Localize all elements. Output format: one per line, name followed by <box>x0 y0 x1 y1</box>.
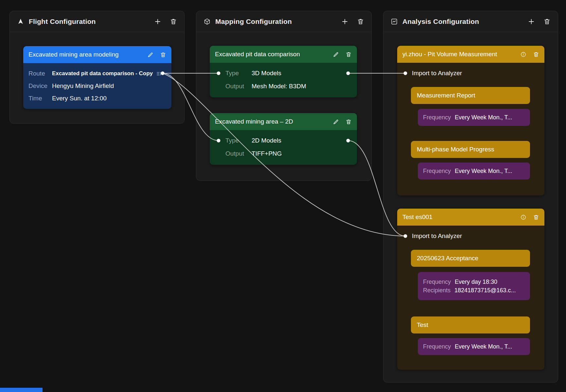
mapping-card-2d-title: Excavated mining area – 2D <box>215 118 329 125</box>
flight-card-body: Route Excavated pit data comparison - Co… <box>23 63 171 109</box>
analysis-card-test-es001[interactable]: Test es001 Import to Analyzer 20250623 A… <box>397 209 544 370</box>
output-value: TIFF+PNG <box>252 150 282 157</box>
mapping-panel-header: Mapping Configuration <box>196 11 371 32</box>
info-icon[interactable] <box>520 214 526 220</box>
job-name: Test <box>417 321 428 329</box>
mapping-2d-type-row: Type 2D Models <box>215 134 352 147</box>
bottom-blue-strip <box>0 388 43 392</box>
frequency-value: Every Week Mon., T... <box>455 114 512 121</box>
add-analysis-button[interactable] <box>528 18 535 25</box>
job-name: 20250623 Acceptance <box>417 255 478 262</box>
mapping-3d-type-row: Type 3D Models <box>215 67 352 80</box>
job-name: Measurement Report <box>417 92 475 99</box>
frequency-label: Frequency <box>423 168 451 175</box>
mapping-card-2d[interactable]: Excavated mining area – 2D Type 2D Model… <box>210 113 357 165</box>
frequency-value: Every Week Mon., T... <box>455 168 512 175</box>
device-value: Hengyu Mining Airfield <box>52 82 114 90</box>
flight-time-row: Time Every Sun. at 12:00 <box>28 92 166 105</box>
route-link-icon <box>156 71 162 77</box>
edit-flight-card-button[interactable] <box>147 52 153 58</box>
frequency-value: Every Week Mon., T... <box>455 343 512 350</box>
output-label: Output <box>225 83 252 90</box>
delete-analysis-card-pit-volume-button[interactable] <box>533 51 539 58</box>
flight-card-header: Excavated mining area modeling <box>23 46 171 63</box>
pipeline-board: Flight Configuration Excavated mining ar… <box>0 0 566 392</box>
mapping-card-3d[interactable]: Excavated pit data comparison Type 3D Mo… <box>210 46 357 97</box>
flight-card[interactable]: Excavated mining area modeling Route Exc… <box>23 46 171 109</box>
mapping-panel-title: Mapping Configuration <box>215 18 292 26</box>
analysis-card-pit-volume-title: yi.zhou - Pit Volume Measurement <box>402 51 516 58</box>
cube-icon <box>203 18 211 25</box>
frequency-label: Frequency <box>423 279 451 285</box>
delete-mapping-button[interactable] <box>357 18 364 25</box>
flight-route-row: Route Excavated pit data comparison - Co… <box>28 67 166 80</box>
job-20250623-acceptance[interactable]: 20250623 Acceptance <box>411 250 530 267</box>
analysis-card-test-es001-title: Test es001 <box>402 213 516 221</box>
chart-icon <box>391 18 398 25</box>
edit-mapping-card-3d-button[interactable] <box>333 51 339 58</box>
flight-device-row: Device Hengyu Mining Airfield <box>28 80 166 92</box>
import-to-analyzer-label: Import to Analyzer <box>412 70 462 77</box>
job-test-frequency-badge: Frequency Every Week Mon., T... <box>418 338 530 355</box>
route-value: Excavated pit data comparison - Copy <box>52 70 153 77</box>
recipients-value: 18241873715@163.c... <box>454 287 516 294</box>
mapping-card-2d-body: Type 2D Models Output TIFF+PNG <box>210 130 357 165</box>
job-multi-phase-model-progress[interactable]: Multi-phase Model Progress <box>411 141 530 158</box>
job-multi-phase-frequency-badge: Frequency Every Week Mon., T... <box>418 162 530 179</box>
delete-flight-button[interactable] <box>170 18 177 25</box>
delete-flight-card-button[interactable] <box>160 52 166 58</box>
analysis-panel-header: Analysis Configuration <box>383 11 558 32</box>
time-label: Time <box>28 95 52 102</box>
job-measurement-report[interactable]: Measurement Report <box>411 87 530 104</box>
delete-analysis-card-test-es001-button[interactable] <box>533 214 539 220</box>
type-value: 2D Models <box>252 137 281 144</box>
mapping-2d-output-row: Output TIFF+PNG <box>215 147 352 160</box>
mapping-card-3d-title: Excavated pit data comparison <box>215 51 329 58</box>
output-label: Output <box>225 150 252 157</box>
analysis-card-test-es001-body: Import to Analyzer 20250623 Acceptance F… <box>397 226 544 370</box>
analysis-card-test-es001-header: Test es001 <box>397 209 544 226</box>
mapping-card-2d-header: Excavated mining area – 2D <box>210 113 357 130</box>
import-to-analyzer-label: Import to Analyzer <box>412 232 462 240</box>
flight-panel-header: Flight Configuration <box>10 11 184 32</box>
job-measurement-report-frequency-badge: Frequency Every Week Mon., T... <box>418 109 530 126</box>
job-acceptance-schedule-badge: Frequency Every day 18:30 Recipients 182… <box>418 272 530 300</box>
plane-icon <box>17 18 24 25</box>
edit-mapping-card-2d-button[interactable] <box>333 119 339 125</box>
job-name: Multi-phase Model Progress <box>417 146 494 153</box>
type-label: Type <box>225 137 252 144</box>
output-value: Mesh Model: B3DM <box>252 83 306 90</box>
mapping-card-3d-header: Excavated pit data comparison <box>210 46 357 63</box>
job-test[interactable]: Test <box>411 316 530 333</box>
device-label: Device <box>28 82 52 90</box>
frequency-label: Frequency <box>423 343 451 350</box>
import-to-analyzer-row: Import to Analyzer <box>397 229 544 243</box>
import-to-analyzer-row: Import to Analyzer <box>397 66 544 80</box>
flight-card-title: Excavated mining area modeling <box>28 51 143 58</box>
delete-analysis-button[interactable] <box>543 18 551 25</box>
info-icon[interactable] <box>520 51 526 58</box>
analysis-panel-title: Analysis Configuration <box>402 18 479 26</box>
time-value: Every Sun. at 12:00 <box>52 95 107 102</box>
analysis-card-pit-volume[interactable]: yi.zhou - Pit Volume Measurement Import … <box>397 46 544 196</box>
flight-panel-title: Flight Configuration <box>29 18 96 26</box>
type-label: Type <box>225 70 252 77</box>
analysis-card-pit-volume-body: Import to Analyzer Measurement Report Fr… <box>397 63 544 196</box>
flight-configuration-panel: Flight Configuration Excavated mining ar… <box>9 11 185 124</box>
delete-mapping-card-3d-button[interactable] <box>345 51 352 58</box>
frequency-value: Every day 18:30 <box>455 279 497 285</box>
recipients-label: Recipients <box>423 287 451 294</box>
add-flight-button[interactable] <box>154 18 161 25</box>
analysis-card-pit-volume-header: yi.zhou - Pit Volume Measurement <box>397 46 544 63</box>
mapping-3d-output-row: Output Mesh Model: B3DM <box>215 80 352 93</box>
frequency-label: Frequency <box>423 114 451 121</box>
type-value: 3D Models <box>252 70 281 77</box>
route-label: Route <box>28 70 52 77</box>
add-mapping-button[interactable] <box>341 18 348 25</box>
mapping-card-3d-body: Type 3D Models Output Mesh Model: B3DM <box>210 63 357 97</box>
delete-mapping-card-2d-button[interactable] <box>345 119 352 125</box>
